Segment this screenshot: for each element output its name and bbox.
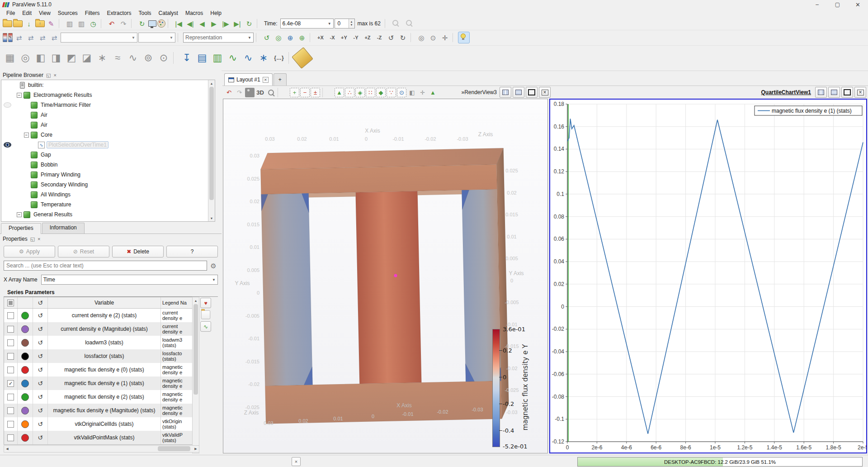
render-view-3d[interactable]: magnetic flux density e Y 0.030.020.010-… xyxy=(223,99,548,453)
maximize-view-button[interactable] xyxy=(526,87,538,98)
component-combobox[interactable]: ▼ xyxy=(138,33,175,43)
select-points-through-icon[interactable]: ∷ xyxy=(366,88,375,97)
toggle-2d-3d-icon[interactable]: 3D xyxy=(255,88,265,97)
visibility-eye-icon[interactable] xyxy=(1,102,13,108)
pipeline-tree-item[interactable]: Air xyxy=(1,110,215,120)
maximize-button[interactable]: ▢ xyxy=(827,0,848,9)
extract-selection-icon[interactable]: ▤ xyxy=(195,51,209,65)
reset-button[interactable]: ⊘ Reset xyxy=(58,246,109,257)
series-style-icon[interactable]: ↺ xyxy=(38,407,43,414)
set-view-plus-z-icon[interactable]: +Z xyxy=(362,32,373,43)
render-view-title[interactable]: »RenderView3 xyxy=(462,89,499,95)
header-checkbox[interactable] xyxy=(7,300,14,306)
tree-expander-icon[interactable]: − xyxy=(17,212,22,217)
catalyst-connect-icon[interactable]: ▥ xyxy=(64,18,75,29)
series-legend-name[interactable]: vtkOrigin (stats) xyxy=(161,417,193,431)
tree-scrollbar[interactable]: ▲ ▼ xyxy=(208,80,215,221)
warp-by-vector-icon[interactable]: ∿ xyxy=(126,51,140,65)
extract-subset-icon[interactable]: ◪ xyxy=(80,51,94,65)
add-layout-tab[interactable]: + xyxy=(274,73,287,86)
delete-button[interactable]: ✖ Delete xyxy=(112,246,164,257)
layout-tab[interactable]: Layout #1 × xyxy=(224,73,273,86)
menu-item[interactable]: File xyxy=(3,10,19,17)
table-scrollbar[interactable]: ▲ ▼ xyxy=(192,297,199,453)
select-block-icon[interactable]: ◧ xyxy=(407,88,417,97)
pipeline-tree-item[interactable]: − Core xyxy=(1,130,215,140)
zoom-to-data-icon[interactable]: ◎ xyxy=(273,32,284,43)
chart-view-title[interactable]: QuartileChartView1 xyxy=(761,89,814,95)
scroll-left-icon[interactable]: ◀ xyxy=(4,446,10,452)
menu-item[interactable]: Sources xyxy=(54,10,81,17)
plot-over-line-icon[interactable]: ∿ xyxy=(226,51,240,65)
float-panel-button[interactable]: ◱ xyxy=(30,236,35,242)
ruler-icon[interactable] xyxy=(292,47,313,69)
rescale-to-data-range-icon[interactable]: ⇄ xyxy=(14,32,24,43)
series-table-row[interactable]: ↺ lossfactor (stats) lossfacto (stats) xyxy=(4,349,193,363)
series-style-icon[interactable]: ↺ xyxy=(38,420,43,428)
rescale-to-temporal-range-icon[interactable]: ⇄ xyxy=(37,32,48,43)
series-color-swatch[interactable] xyxy=(21,380,29,387)
menu-item[interactable]: Macros xyxy=(182,10,207,17)
series-visibility-checkbox[interactable] xyxy=(7,434,14,441)
message-indicator-button[interactable]: × xyxy=(292,457,301,466)
series-table-row[interactable]: ↺ magnetic flux density e (0) (stats) ma… xyxy=(4,363,193,376)
scroll-right-icon[interactable]: ▶ xyxy=(193,446,199,452)
frame-spinbox[interactable]: 0 ▲▼ xyxy=(335,19,355,29)
series-legend-name[interactable]: magnetic density e xyxy=(161,390,193,404)
remote-connect-icon[interactable] xyxy=(148,20,156,27)
pipeline-tree-item[interactable]: PlotSelectionOverTime1 xyxy=(1,140,215,150)
series-table-row[interactable]: ✓ ↺ magnetic flux density e (1) (stats) … xyxy=(4,376,193,390)
previous-frame-icon[interactable]: ◀| xyxy=(185,18,196,29)
series-style-icon[interactable]: ↺ xyxy=(38,353,43,360)
scroll-thumb[interactable] xyxy=(158,446,190,451)
contour-icon[interactable]: ◎ xyxy=(18,51,33,65)
series-table-row[interactable]: ↺ current density e (Magnitude) (stats) … xyxy=(4,322,193,336)
series-visibility-checkbox[interactable] xyxy=(7,394,14,400)
toggle-selection-icon[interactable]: ± xyxy=(311,88,320,97)
series-style-icon[interactable]: ↺ xyxy=(38,325,43,333)
reset-camera-icon[interactable]: ↺ xyxy=(261,32,272,43)
scroll-thumb[interactable] xyxy=(193,304,198,395)
zoom-to-selected-time-icon[interactable] xyxy=(404,18,415,29)
scroll-thumb[interactable] xyxy=(209,87,214,200)
interactive-select-cells-icon[interactable]: ◆ xyxy=(376,88,386,97)
set-view-plus-x-icon[interactable]: +X xyxy=(315,32,326,43)
zoom-to-box-icon[interactable] xyxy=(266,88,275,97)
series-table-row[interactable]: ↺ magnetic flux density e (Magnitude) (s… xyxy=(4,404,193,417)
gear-icon[interactable]: ⚙ xyxy=(209,261,218,270)
visibility-eye-icon[interactable] xyxy=(1,142,13,148)
scroll-down-icon[interactable]: ▼ xyxy=(208,215,215,221)
close-view-button[interactable]: × xyxy=(854,87,866,98)
series-color-swatch[interactable] xyxy=(21,339,29,347)
series-restore-defaults-button[interactable]: ♥ xyxy=(200,298,211,308)
split-vertical-button[interactable] xyxy=(513,87,524,98)
tab-information[interactable]: Information xyxy=(42,223,85,234)
set-view-plus-y-icon[interactable]: +Y xyxy=(339,32,349,43)
series-style-icon[interactable]: ↺ xyxy=(38,434,43,441)
rescale-to-custom-range-icon[interactable]: ⇄ xyxy=(25,32,36,43)
capture-screenshot-icon[interactable] xyxy=(245,88,255,97)
menu-item[interactable]: View xyxy=(35,10,54,17)
camera-undo-icon[interactable]: ↶ xyxy=(224,88,234,97)
close-panel-button[interactable]: × xyxy=(53,72,56,78)
catalyst-disconnect-icon[interactable]: ▥ xyxy=(76,18,87,29)
series-legend-name[interactable]: magnetic density e xyxy=(161,363,193,376)
select-points-on-icon[interactable]: ∴ xyxy=(345,88,354,97)
select-cells-through-icon[interactable]: ◈ xyxy=(355,88,365,97)
series-legend-name[interactable]: magnetic density e xyxy=(161,376,193,390)
series-style-icon[interactable]: ↺ xyxy=(38,366,43,373)
series-table-row[interactable]: ↺ vtkValidPointMask (stats) vtkValidP (s… xyxy=(4,431,193,444)
series-color-swatch[interactable] xyxy=(21,407,29,415)
save-state-icon[interactable]: ↑ xyxy=(35,20,45,27)
close-view-button[interactable]: × xyxy=(539,87,551,98)
slice-icon[interactable]: ◨ xyxy=(49,51,63,65)
undo-icon[interactable]: ↶ xyxy=(106,18,117,29)
add-selection-icon[interactable]: + xyxy=(290,88,299,97)
stream-tracer-icon[interactable]: ≈ xyxy=(110,51,125,65)
header-variable[interactable]: Variable xyxy=(48,297,161,308)
quartile-chart-icon[interactable]: ∗ xyxy=(256,51,271,65)
menu-item[interactable]: Extractors xyxy=(104,10,135,17)
redo-icon[interactable]: ↷ xyxy=(118,18,129,29)
interactive-select-tooltip-icon[interactable]: ⊙ xyxy=(397,88,406,97)
load-state-icon[interactable]: ↓ xyxy=(24,18,34,29)
